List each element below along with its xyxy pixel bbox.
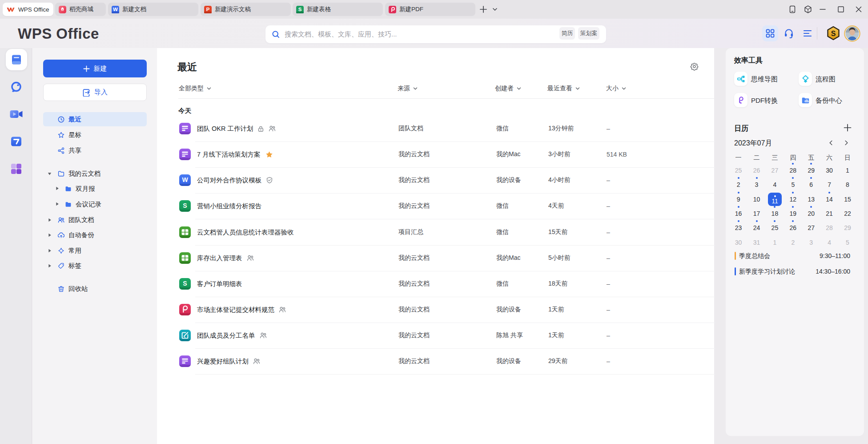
svg-text:W: W — [113, 7, 118, 12]
svg-text:P: P — [206, 7, 210, 12]
svg-text:S: S — [831, 30, 836, 37]
svg-text:S: S — [298, 7, 302, 12]
